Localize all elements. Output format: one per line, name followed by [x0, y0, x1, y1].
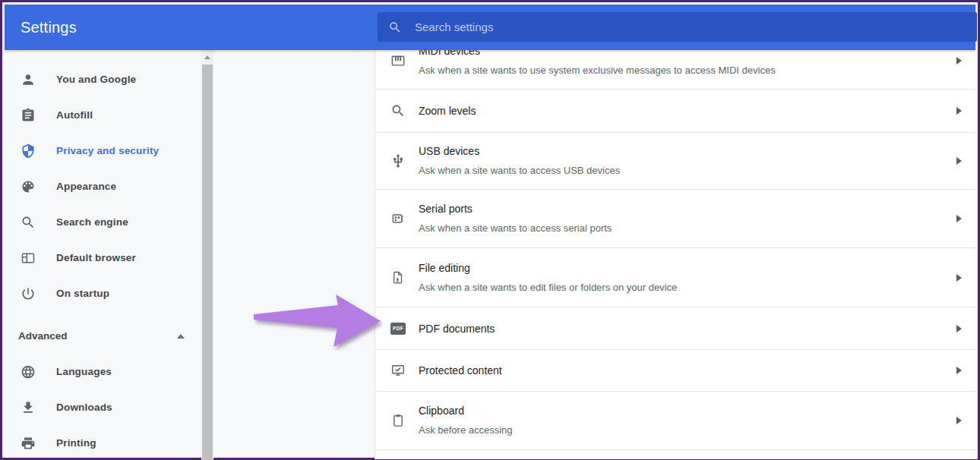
sidebar-item-search-engine[interactable]: Search engine	[5, 204, 201, 240]
sidebar-item-downloads[interactable]: Downloads	[5, 389, 201, 425]
sidebar-item-label: Privacy and security	[56, 145, 159, 156]
list-item-title: USB devices	[419, 143, 620, 159]
settings-window: Settings You and Google Autofill Pr	[0, 0, 980, 460]
list-item-usb-devices[interactable]: USB devices Ask when a site wants to acc…	[375, 133, 977, 190]
advanced-label: Advanced	[18, 330, 68, 342]
chevron-right-icon	[956, 367, 962, 374]
list-item-subtitle: Ask when a site wants to access USB devi…	[419, 163, 620, 178]
site-settings-list: MIDI devices Ask when a site wants to us…	[375, 50, 978, 459]
chevron-right-icon	[956, 325, 962, 332]
list-item-title: Clipboard	[419, 403, 513, 418]
sidebar-item-you-and-google[interactable]: You and Google	[5, 61, 201, 97]
sidebar-item-label: Downloads	[56, 402, 112, 413]
palette-icon	[21, 179, 36, 194]
list-item-clipboard[interactable]: Clipboard Ask before accessing	[375, 392, 977, 450]
autofill-icon	[21, 108, 36, 123]
sidebar-item-on-startup[interactable]: On startup	[5, 276, 201, 311]
list-item-title: MIDI devices	[419, 50, 776, 58]
chevron-right-icon	[956, 157, 962, 165]
list-item-serial-ports[interactable]: Serial ports Ask when a site wants to ac…	[375, 190, 977, 248]
globe-icon	[21, 364, 36, 380]
list-item-midi-devices[interactable]: MIDI devices Ask when a site wants to us…	[375, 50, 977, 90]
download-icon	[21, 400, 36, 415]
page-title: Settings	[21, 5, 77, 50]
person-icon	[21, 72, 36, 87]
list-item-title: Zoom levels	[419, 103, 476, 118]
scrollbar-up-button[interactable]	[201, 50, 213, 65]
scrollbar-thumb[interactable]	[202, 65, 213, 460]
browser-window-icon	[21, 250, 36, 266]
sidebar-item-appearance[interactable]: Appearance	[5, 169, 201, 204]
magnifier-icon	[390, 102, 406, 119]
sidebar-scrollbar[interactable]	[201, 50, 213, 460]
sidebar-item-privacy-and-security[interactable]: Privacy and security	[5, 133, 201, 169]
search-icon	[388, 20, 402, 34]
list-item-title: Protected content	[419, 363, 502, 378]
list-item-file-editing[interactable]: File editing Ask when a site wants to ed…	[375, 248, 977, 307]
printer-icon	[21, 436, 36, 451]
chevron-right-icon	[956, 417, 962, 424]
file-edit-icon	[390, 269, 406, 286]
sidebar-item-autofill[interactable]: Autofill	[5, 97, 201, 133]
sidebar-item-label: Languages	[56, 366, 112, 377]
shield-icon	[21, 143, 36, 159]
chevron-right-icon	[956, 215, 962, 222]
list-item-zoom-levels[interactable]: Zoom levels	[375, 90, 977, 133]
triangle-up-icon	[204, 55, 210, 59]
search-icon	[21, 215, 36, 230]
pdf-badge-text: PDF	[390, 323, 406, 335]
chevron-right-icon	[956, 107, 962, 115]
chevron-up-icon	[177, 334, 185, 339]
sidebar-item-label: Autofill	[56, 109, 93, 121]
search-box[interactable]	[378, 12, 977, 42]
chevron-right-icon	[956, 274, 962, 282]
list-item-subtitle: Ask when a site wants to edit files or f…	[419, 280, 677, 295]
sidebar-item-label: Search engine	[56, 216, 128, 228]
annotation-arrow-icon	[253, 291, 384, 351]
serial-port-icon	[390, 210, 406, 227]
sidebar-item-label: Appearance	[56, 181, 116, 192]
sidebar-item-label: Default browser	[56, 252, 136, 263]
sidebar-advanced-toggle[interactable]: Advanced	[5, 318, 201, 354]
sidebar-item-languages[interactable]: Languages	[5, 354, 201, 389]
list-item-title: Serial ports	[419, 201, 612, 216]
sidebar-item-label: On startup	[56, 288, 109, 299]
usb-icon	[390, 153, 406, 169]
search-input[interactable]	[415, 20, 871, 33]
list-item-pdf-documents[interactable]: PDF PDF documents	[375, 307, 977, 350]
sidebar-item-label: Printing	[56, 437, 96, 449]
sidebar-item-printing[interactable]: Printing	[5, 425, 201, 460]
list-item-subtitle: Ask before accessing	[419, 423, 513, 438]
list-item-title: PDF documents	[419, 321, 495, 336]
list-item-title: File editing	[419, 260, 677, 276]
sidebar-item-label: You and Google	[56, 74, 136, 85]
chevron-right-icon	[956, 57, 962, 65]
sidebar-item-default-browser[interactable]: Default browser	[5, 240, 201, 276]
clipboard-icon	[390, 412, 406, 429]
sidebar-nav: You and Google Autofill Privacy and secu…	[5, 50, 201, 455]
list-item-subtitle: Ask when a site wants to use system excl…	[419, 63, 776, 78]
pdf-icon: PDF	[390, 320, 406, 337]
midi-icon	[390, 52, 406, 69]
power-icon	[21, 286, 36, 301]
header-bar: Settings	[5, 5, 975, 50]
monitor-check-icon	[390, 362, 406, 379]
list-item-subtitle: Ask when a site wants to access serial p…	[419, 221, 612, 236]
list-item-protected-content[interactable]: Protected content	[375, 350, 977, 392]
